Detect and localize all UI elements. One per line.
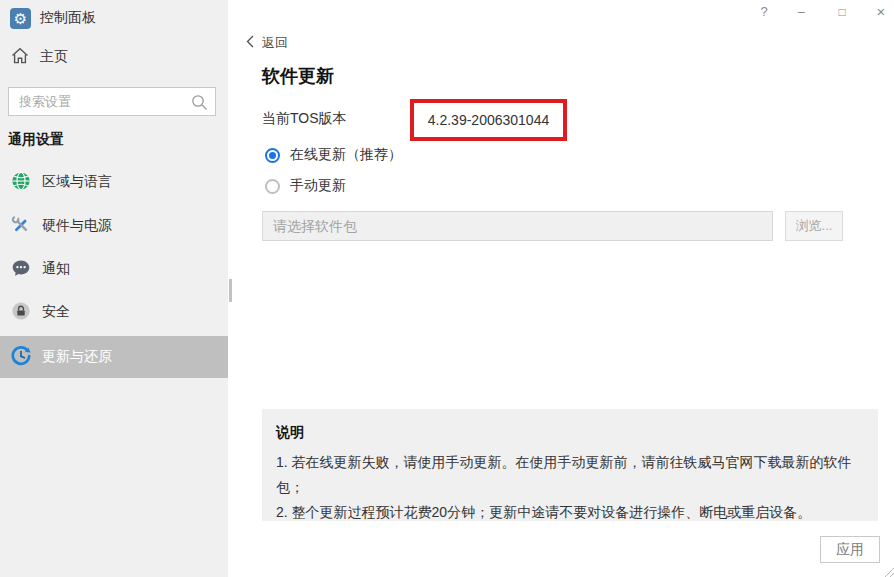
sidebar-section-general-settings: 通用设置 — [8, 131, 64, 149]
app-title: 控制面板 — [40, 9, 96, 27]
help-button[interactable]: ? — [754, 2, 774, 22]
radio-button-checked[interactable] — [265, 148, 280, 163]
sidebar-item-label: 更新与还原 — [42, 348, 112, 366]
app-header: ⚙ 控制面板 — [10, 6, 96, 30]
radio-label: 手动更新 — [290, 177, 346, 195]
version-label: 当前TOS版本 — [262, 110, 347, 128]
notification-bubble-icon — [11, 258, 31, 281]
note-line-2: 2. 整个更新过程预计花费20分钟；更新中途请不要对设备进行操作、断电或重启设备… — [276, 500, 864, 521]
resize-grip-icon[interactable] — [881, 564, 894, 577]
tools-icon — [11, 215, 31, 238]
package-file-input[interactable] — [262, 211, 773, 241]
close-button[interactable]: × — [871, 2, 891, 22]
apply-button[interactable]: 应用 — [820, 536, 880, 563]
minimize-button[interactable]: − — [791, 2, 811, 22]
version-value-annotation-box: 4.2.39-2006301044 — [410, 99, 567, 141]
search-input[interactable] — [9, 88, 215, 115]
sidebar-item-label: 硬件与电源 — [42, 217, 112, 235]
back-button[interactable]: 返回 — [246, 35, 288, 51]
sidebar-scrollbar-thumb[interactable] — [229, 279, 232, 302]
radio-dot — [269, 152, 276, 159]
control-panel-gear-icon: ⚙ — [10, 8, 31, 29]
note-line-1: 1. 若在线更新失败，请使用手动更新。在使用手动更新前，请前往铁威马官网下载最新… — [276, 450, 864, 500]
search-box — [8, 87, 216, 116]
globe-icon — [11, 171, 31, 194]
sidebar-item-label: 安全 — [42, 303, 70, 321]
lock-icon — [11, 301, 31, 324]
home-icon — [10, 46, 30, 69]
sidebar-item-region-language[interactable]: 区域与语言 — [0, 160, 228, 204]
radio-button-unchecked[interactable] — [265, 179, 280, 194]
chevron-left-icon — [246, 35, 254, 51]
version-value: 4.2.39-2006301044 — [428, 112, 549, 128]
sidebar-item-security[interactable]: 安全 — [0, 290, 228, 334]
sidebar-item-label: 通知 — [42, 260, 70, 278]
update-restore-icon — [11, 346, 31, 369]
home-label: 主页 — [40, 48, 68, 66]
sidebar-item-notifications[interactable]: 通知 — [0, 247, 228, 291]
sidebar-item-home[interactable]: 主页 — [10, 46, 68, 68]
radio-online-update[interactable]: 在线更新（推荐） — [265, 147, 402, 163]
radio-label: 在线更新（推荐） — [290, 146, 402, 164]
sidebar-item-hardware-power[interactable]: 硬件与电源 — [0, 204, 228, 248]
note-box: 说明 1. 若在线更新失败，请使用手动更新。在使用手动更新前，请前往铁威马官网下… — [262, 409, 878, 521]
search-icon — [191, 94, 208, 115]
maximize-button[interactable]: □ — [832, 2, 852, 22]
browse-button[interactable]: 浏览... — [785, 211, 843, 241]
page-title: 软件更新 — [262, 64, 334, 88]
note-title: 说明 — [276, 424, 864, 442]
sidebar-item-update-restore[interactable]: 更新与还原 — [0, 336, 228, 378]
back-label: 返回 — [262, 34, 288, 52]
sidebar: ⚙ 控制面板 主页 通用设置 — [0, 0, 228, 577]
radio-manual-update[interactable]: 手动更新 — [265, 178, 346, 194]
sidebar-item-label: 区域与语言 — [42, 173, 112, 191]
control-panel-window: ⚙ 控制面板 主页 通用设置 — [0, 0, 894, 577]
